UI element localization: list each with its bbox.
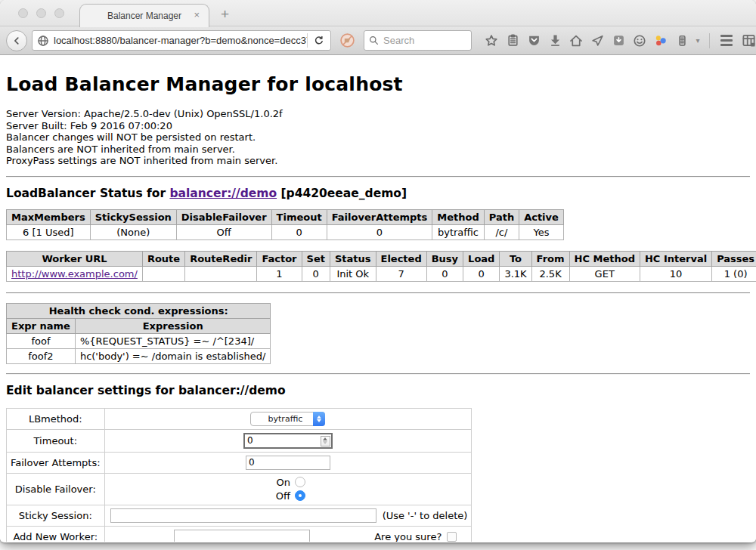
feedback-smiley-icon[interactable]: [629, 30, 650, 51]
table-cell: 0: [463, 266, 500, 281]
column-header: Passes: [712, 251, 756, 266]
worker-url-link[interactable]: http://www.example.com/: [11, 268, 138, 280]
sticky-session-note: (Use '-' to delete): [383, 510, 468, 521]
column-header: Busy: [426, 251, 463, 266]
divider: [6, 373, 750, 375]
zoom-window-button[interactable]: [54, 8, 64, 18]
url-bar[interactable]: [32, 30, 331, 51]
failover-attempts-input[interactable]: [246, 456, 330, 470]
table-cell: %{REQUEST_STATUS} =~ /^[234]/: [75, 333, 271, 348]
page-content: Load Balancer Manager for localhost Serv…: [0, 55, 756, 542]
chevron-down-icon[interactable]: ▾: [692, 36, 703, 45]
back-button[interactable]: [6, 30, 27, 51]
download-panel-icon[interactable]: [608, 30, 629, 51]
table-cell: (None): [90, 224, 176, 239]
column-header: Set: [302, 251, 330, 266]
table-cell: 7: [376, 266, 426, 281]
on-radio-label: On: [271, 477, 290, 488]
home-icon[interactable]: [565, 30, 587, 51]
table-cell: 0: [271, 224, 327, 239]
bookmark-star-icon[interactable]: [481, 30, 502, 51]
table-cell: bytraffic: [432, 224, 484, 239]
browser-window: Balancer Manager × +: [0, 0, 756, 542]
url-separator: [307, 33, 308, 48]
battery-addon-icon[interactable]: [671, 30, 692, 51]
column-header: Path: [484, 209, 519, 224]
table-row: foof2hc('body') =~ /domain is establishe…: [7, 348, 271, 363]
search-bar[interactable]: [364, 30, 472, 51]
table-cell: [142, 266, 184, 281]
number-spinner-icon[interactable]: [321, 436, 330, 446]
add-new-worker-input[interactable]: [174, 530, 310, 542]
downloads-icon[interactable]: [544, 30, 565, 51]
disable-failover-on-radio[interactable]: [295, 477, 305, 487]
back-arrow-icon: [11, 36, 22, 46]
column-header: Load: [463, 251, 500, 266]
table-cell: 1 (0): [712, 266, 756, 281]
divider: [6, 176, 750, 178]
proxypass-note-line: ProxyPass settings are NOT inherited fro…: [6, 155, 750, 167]
table-cell: Yes: [519, 224, 564, 239]
table-cell: 10: [640, 266, 711, 281]
search-input[interactable]: [383, 35, 455, 46]
timeout-input[interactable]: [243, 433, 333, 449]
off-radio-label: Off: [271, 490, 290, 502]
disable-failover-off-radio[interactable]: [295, 490, 305, 501]
table-row: http://www.example.com/10Init Ok7003.1K2…: [7, 266, 756, 281]
sticky-session-input[interactable]: [110, 508, 376, 523]
failover-attempts-label: Failover Attempts:: [7, 452, 105, 473]
pocket-icon[interactable]: [523, 30, 544, 51]
table-cell: 0: [327, 224, 432, 239]
bookmarks-menu-icon[interactable]: [502, 30, 523, 51]
toolbar-separator: [709, 33, 710, 48]
table-cell: [185, 266, 257, 281]
column-header: DisableFailover: [176, 209, 271, 224]
server-info: Server Version: Apache/2.5.0-dev (Unix) …: [6, 108, 750, 167]
are-you-sure-checkbox[interactable]: [447, 532, 457, 542]
table-row: 6 [1 Used](None)Off00bytraffic/c/Yes: [7, 224, 564, 239]
balancer-demo-link[interactable]: balancer://demo: [169, 187, 277, 200]
search-icon: [369, 36, 379, 45]
close-window-button[interactable]: [18, 8, 28, 18]
column-header: To: [500, 251, 531, 266]
window-controls: [18, 8, 64, 18]
column-header: Route: [142, 251, 184, 266]
divider: [6, 292, 750, 294]
sticky-session-label: Sticky Session:: [7, 505, 105, 526]
pages-grid-icon[interactable]: [737, 30, 756, 51]
table-cell: 1: [257, 266, 302, 281]
colored-dots-addon-icon[interactable]: [650, 30, 671, 51]
page-title: Load Balancer Manager for localhost: [6, 73, 750, 95]
are-you-sure-label: Are you sure?: [374, 531, 442, 542]
status-heading-suffix: [p4420eeae_demo]: [281, 187, 407, 200]
worker-status-table: Worker URLRouteRouteRedirFactorSetStatus…: [6, 251, 756, 282]
table-cell: hc('body') =~ /domain is established/: [75, 348, 271, 363]
menu-hamburger-icon[interactable]: [716, 30, 737, 51]
table-cell: GET: [569, 266, 640, 281]
column-header: Expression: [75, 318, 271, 333]
column-header: FailoverAttempts: [327, 209, 432, 224]
column-header: Method: [432, 209, 484, 224]
server-version-line: Server Version: Apache/2.5.0-dev (Unix) …: [6, 108, 750, 120]
url-input[interactable]: [54, 35, 307, 46]
tab-balancer-manager[interactable]: Balancer Manager ×: [79, 4, 209, 27]
column-header: HC Method: [569, 251, 640, 266]
column-header: Active: [519, 209, 564, 224]
tab-close-icon[interactable]: ×: [194, 9, 200, 20]
server-built-line: Server Built: Feb 9 2016 07:00:20: [6, 120, 750, 132]
content-blocker-icon[interactable]: [339, 32, 355, 48]
new-tab-button[interactable]: +: [221, 6, 229, 23]
minimize-window-button[interactable]: [36, 8, 46, 18]
send-tab-icon[interactable]: [587, 30, 608, 51]
column-header: Elected: [376, 251, 426, 266]
column-header: Status: [330, 251, 376, 266]
column-header: HC Interval: [640, 251, 711, 266]
reload-icon[interactable]: [314, 36, 324, 46]
table-cell: foof: [7, 333, 76, 348]
lbmethod-select[interactable]: bytraffic: [250, 412, 325, 426]
table-cell: Init Ok: [330, 266, 376, 281]
persist-note-line: Balancer changes will NOT be persisted o…: [6, 131, 750, 144]
column-header: Timeout: [271, 209, 327, 224]
table-cell: 2.5K: [531, 266, 569, 281]
table-cell: 6 [1 Used]: [7, 224, 91, 239]
